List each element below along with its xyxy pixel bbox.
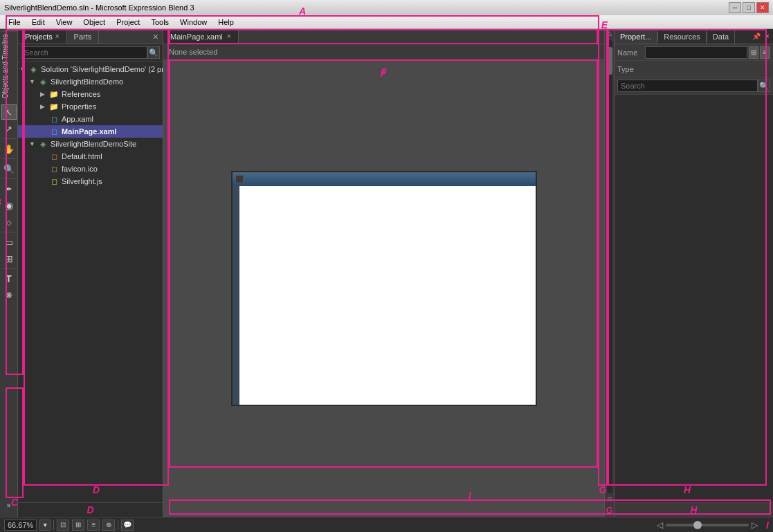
zoom-minus-btn[interactable]: ◁: [657, 520, 663, 530]
menu-file[interactable]: File: [3, 15, 26, 28]
solution-icon: ◈: [28, 64, 39, 75]
direct-select-tool-button[interactable]: ↗: [1, 121, 17, 136]
design-canvas-inner[interactable]: [239, 186, 536, 405]
projects-tab-close[interactable]: ×: [55, 33, 60, 40]
app-xaml-item[interactable]: ◻ App.xaml: [18, 113, 163, 125]
demo-site-label: SilverlightBlendDemoSite: [51, 140, 136, 148]
close-button[interactable]: ✕: [756, 2, 769, 13]
view-ruler-btn[interactable]: ≡: [87, 520, 100, 531]
solution-arrow: ▼: [19, 66, 28, 73]
zoom-slider-thumb[interactable]: [693, 521, 702, 529]
view-grid-btn[interactable]: ⊞: [72, 520, 84, 531]
name-input[interactable]: [645, 46, 747, 59]
f-label: F: [381, 66, 387, 77]
menu-help[interactable]: Help: [212, 15, 239, 28]
view-snap-btn[interactable]: ⊕: [102, 520, 115, 531]
objects-timeline-label: Objects and Timeline: [0, 30, 17, 101]
snap-btn[interactable]: 💬: [121, 520, 134, 531]
paint-bucket-button[interactable]: ◇: [1, 214, 17, 230]
grid-tool-button[interactable]: ⊞: [1, 251, 17, 266]
app-xaml-icon: ◻: [48, 113, 60, 125]
tool-separator-5: [3, 268, 15, 269]
demo-site-icon: ◈: [37, 138, 48, 149]
panel-tabs: Projects × Parts ×: [18, 29, 163, 44]
solution-item[interactable]: ▼ ◈ Solution 'SilverlightBlendDemo' (2 p…: [18, 63, 163, 75]
rectangle-tool-button[interactable]: ▭: [1, 235, 17, 250]
silverlight-js-item[interactable]: ◻ Silverlight.js: [18, 175, 163, 187]
menu-bar: File Edit View Object Project Tools Wind…: [0, 15, 773, 29]
default-html-item[interactable]: ◻ Default.html: [18, 150, 163, 163]
name-icon-2[interactable]: ≡: [760, 46, 770, 59]
menu-edit[interactable]: Edit: [26, 15, 51, 28]
fit-page-btn[interactable]: ⊡: [57, 520, 69, 531]
brush-tool-button[interactable]: ◉: [1, 198, 17, 213]
zoom-display: 66.67%: [4, 520, 37, 531]
zoom-plus-btn[interactable]: ▷: [752, 520, 758, 530]
panel-close-button[interactable]: ×: [149, 31, 163, 42]
more-tools-button[interactable]: »: [1, 497, 17, 513]
narrow-bottom-btn[interactable]: ▽: [606, 495, 614, 504]
projects-panel: Projects × Parts × 🔍: [18, 29, 163, 517]
references-label: References: [62, 90, 100, 98]
pan-tool-button[interactable]: ✋: [1, 141, 17, 156]
pen-tool-button[interactable]: ✒: [1, 181, 17, 196]
narrow-right-panel: △ ▽ G: [604, 29, 614, 517]
menu-view[interactable]: View: [51, 15, 78, 28]
properties-folder-item[interactable]: ▶ 📁 Properties: [18, 100, 163, 113]
right-panel-content-area: [615, 95, 773, 502]
zoom-dropdown-btn[interactable]: ▼: [39, 520, 51, 531]
zoom-slider-track[interactable]: [666, 524, 749, 526]
canvas-ruler-left: [233, 186, 239, 405]
mainpage-tab[interactable]: MainPage.xaml ×: [163, 29, 239, 44]
name-row: Name ⊞ ≡: [615, 44, 773, 61]
menu-object[interactable]: Object: [78, 15, 111, 28]
window-title: SilverlightBlendDemo.sln - Microsoft Exp…: [4, 3, 194, 12]
favicon-item[interactable]: ◻ favicon.ico: [18, 163, 163, 175]
name-icon-1[interactable]: ⊞: [749, 46, 759, 59]
right-search-icon[interactable]: 🔍: [758, 80, 770, 92]
narrow-scrollbar-thumb[interactable]: [607, 47, 612, 75]
mainpage-xaml-item[interactable]: ◻ MainPage.xaml: [18, 125, 163, 138]
canvas-tabs: MainPage.xaml ×: [163, 29, 604, 44]
demo-site-item[interactable]: ▼ ◈ SilverlightBlendDemoSite: [18, 138, 163, 150]
right-panel-pin-icon[interactable]: 📌: [751, 31, 762, 42]
type-row: Type: [615, 61, 773, 77]
custom-tool-button[interactable]: ❋: [1, 288, 17, 303]
resources-tab[interactable]: Resources: [658, 29, 707, 44]
references-folder-icon: 📁: [48, 89, 60, 100]
restore-button[interactable]: □: [743, 2, 755, 13]
canvas-content[interactable]: F: [163, 59, 604, 517]
references-item[interactable]: ▶ 📁 References: [18, 88, 163, 100]
parts-tab[interactable]: Parts: [67, 29, 100, 44]
right-search-area: 🔍: [615, 77, 773, 95]
menu-tools[interactable]: Tools: [145, 15, 174, 28]
projects-tab[interactable]: Projects ×: [18, 29, 67, 44]
narrow-top-btn[interactable]: △: [606, 29, 614, 39]
app-xaml-label: App.xaml: [62, 115, 93, 123]
properties-arrow: ▶: [40, 103, 48, 110]
h-label: H: [615, 502, 773, 517]
selection-tool-button[interactable]: ↖: [1, 104, 17, 120]
tool-separator-2: [3, 158, 15, 159]
narrow-scrollbar-track[interactable]: [607, 40, 612, 493]
text-tool-button[interactable]: T: [1, 271, 17, 286]
right-search-input[interactable]: [617, 80, 758, 92]
properties-tab[interactable]: Propert...: [615, 29, 657, 44]
menu-window[interactable]: Window: [174, 15, 212, 28]
project-item[interactable]: ▼ ◈ SilverlightBlendDemo: [18, 75, 163, 88]
toolbox: Objects and Timeline ↖ ↗ ✋ 🔍 ✒ ◉ ◇ ▭ ⊞ T…: [0, 29, 18, 517]
right-panel-tabs: Propert... Resources Data 📌 ×: [615, 29, 773, 44]
silverlight-js-label: Silverlight.js: [62, 177, 102, 185]
search-input[interactable]: [21, 46, 147, 59]
mainpage-xaml-label: MainPage.xaml: [62, 127, 116, 136]
project-tree[interactable]: ▼ ◈ Solution 'SilverlightBlendDemo' (2 p…: [18, 62, 163, 502]
canvas-tab-close[interactable]: ×: [227, 33, 231, 40]
minimize-button[interactable]: ─: [729, 2, 741, 13]
zoom-tool-button[interactable]: 🔍: [1, 161, 17, 176]
tool-separator-3: [3, 178, 15, 179]
search-icon-button[interactable]: 🔍: [147, 46, 160, 59]
right-panel-close-icon[interactable]: ×: [762, 31, 773, 42]
title-bar: SilverlightBlendDemo.sln - Microsoft Exp…: [0, 0, 773, 15]
menu-project[interactable]: Project: [111, 15, 145, 28]
data-tab[interactable]: Data: [707, 29, 735, 44]
